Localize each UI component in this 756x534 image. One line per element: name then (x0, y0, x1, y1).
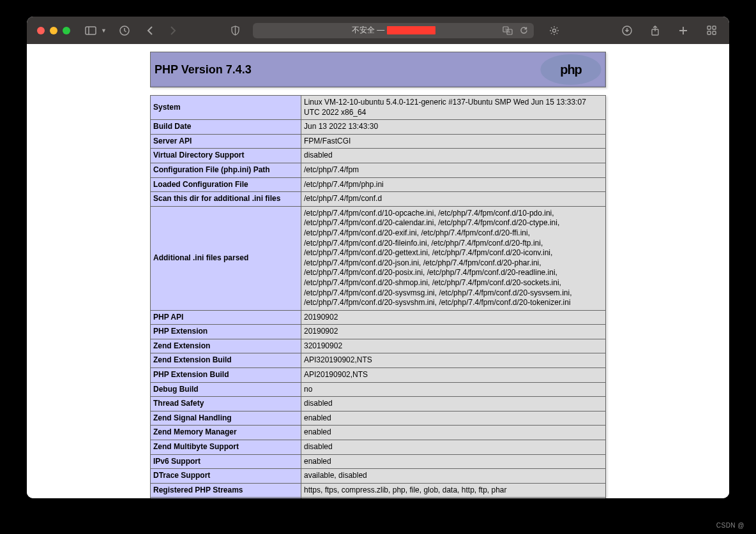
table-row: IPv6 Supportenabled (151, 454, 606, 469)
downloads-icon[interactable] (619, 23, 635, 38)
php-version-title: PHP Version 7.4.3 (155, 63, 252, 77)
info-value: available, disabled (301, 469, 606, 484)
info-key: Build Date (151, 120, 301, 135)
watermark: CSDN @ (716, 522, 745, 529)
table-row: PHP Extension20190902 (151, 325, 606, 339)
settings-icon[interactable] (547, 23, 562, 38)
privacy-shield-icon[interactable] (227, 23, 243, 38)
info-key: Zend Signal Handling (151, 411, 301, 426)
info-key: Scan this dir for additional .ini files (151, 192, 301, 207)
info-key: Configuration File (php.ini) Path (151, 163, 301, 177)
table-row: Additional .ini files parsed/etc/php/7.4… (151, 206, 606, 310)
php-logo: php (540, 54, 601, 85)
info-value: API20190902,NTS (301, 368, 606, 383)
table-row: Build DateJun 13 2022 13:43:30 (151, 120, 606, 135)
svg-rect-0 (86, 27, 96, 34)
info-value: /etc/php/7.4/fpm (301, 163, 606, 177)
svg-rect-11 (713, 26, 716, 29)
info-value: no (301, 382, 606, 397)
info-value: disabled (301, 440, 606, 455)
info-key: Registered PHP Streams (151, 483, 301, 498)
info-value: tcp, udp, unix, udg, ssl, tls, tlsv1.0, … (301, 498, 606, 498)
info-value: 320190902 (301, 339, 606, 353)
info-key: Server API (151, 134, 301, 149)
table-row: Zend Signal Handlingenabled (151, 411, 606, 426)
info-value: 20190902 (301, 310, 606, 325)
translate-icon[interactable]: 文A (502, 25, 513, 36)
browser-window: ▼ 不安全 — 文A (27, 17, 729, 498)
reload-icon[interactable] (518, 26, 529, 36)
address-redacted (387, 26, 435, 34)
tab-overview-icon[interactable] (704, 23, 719, 38)
info-value: enabled (301, 454, 606, 469)
table-row: Configuration File (php.ini) Path/etc/ph… (151, 163, 606, 177)
table-row: Virtual Directory Supportdisabled (151, 149, 606, 163)
info-key: Virtual Directory Support (151, 149, 301, 163)
chevron-down-icon[interactable]: ▼ (101, 27, 107, 34)
php-info-table: SystemLinux VM-12-10-ubuntu 5.4.0-121-ge… (150, 95, 606, 498)
info-key: Zend Memory Manager (151, 426, 301, 440)
info-value: disabled (301, 149, 606, 163)
info-value: /etc/php/7.4/fpm/php.ini (301, 177, 606, 192)
maximize-button[interactable] (63, 27, 70, 34)
traffic-lights (37, 27, 70, 34)
table-row: PHP API20190902 (151, 310, 606, 325)
info-key: Debug Build (151, 382, 301, 397)
table-row: DTrace Supportavailable, disabled (151, 469, 606, 484)
info-value: /etc/php/7.4/fpm/conf.d/10-opcache.ini, … (301, 206, 606, 310)
info-key: Zend Extension (151, 339, 301, 353)
svg-rect-10 (707, 26, 711, 29)
page-content[interactable]: PHP Version 7.4.3 php SystemLinux VM-12-… (27, 44, 729, 498)
info-value: FPM/FastCGI (301, 134, 606, 149)
table-row: PHP Extension BuildAPI20190902,NTS (151, 368, 606, 383)
table-row: Server APIFPM/FastCGI (151, 134, 606, 149)
address-bar[interactable]: 不安全 — 文A (253, 23, 534, 38)
table-row: Registered PHP Streamshttps, ftps, compr… (151, 483, 606, 498)
new-tab-icon[interactable] (676, 23, 691, 38)
svg-text:文: 文 (504, 27, 508, 31)
info-key: Registered Stream Socket Transports (151, 498, 301, 498)
info-value: https, ftps, compress.zlib, php, file, g… (301, 483, 606, 498)
info-key: PHP API (151, 310, 301, 325)
table-row: SystemLinux VM-12-10-ubuntu 5.4.0-121-ge… (151, 96, 606, 120)
table-row: Debug Buildno (151, 382, 606, 397)
info-key: DTrace Support (151, 469, 301, 484)
info-value: Linux VM-12-10-ubuntu 5.4.0-121-generic … (301, 96, 606, 120)
table-row: Thread Safetydisabled (151, 397, 606, 412)
php-header: PHP Version 7.4.3 php (150, 52, 606, 87)
table-row: Loaded Configuration File/etc/php/7.4/fp… (151, 177, 606, 192)
close-button[interactable] (37, 27, 45, 34)
info-key: Zend Extension Build (151, 353, 301, 368)
share-icon[interactable] (647, 23, 663, 38)
info-key: Additional .ini files parsed (151, 206, 301, 310)
info-value: /etc/php/7.4/fpm/conf.d (301, 192, 606, 207)
info-key: Loaded Configuration File (151, 177, 301, 192)
table-row: Zend Extension BuildAPI320190902,NTS (151, 353, 606, 368)
address-security-text: 不安全 — (352, 25, 384, 36)
info-key: IPv6 Support (151, 454, 301, 469)
forward-button[interactable] (165, 23, 181, 38)
info-key: PHP Extension (151, 325, 301, 339)
svg-point-7 (553, 29, 556, 32)
table-row: Scan this dir for additional .ini files/… (151, 192, 606, 207)
history-icon[interactable] (117, 23, 132, 38)
svg-text:A: A (508, 30, 511, 34)
table-row: Zend Memory Managerenabled (151, 426, 606, 440)
info-value: Jun 13 2022 13:43:30 (301, 120, 606, 135)
minimize-button[interactable] (50, 27, 57, 34)
svg-rect-12 (707, 31, 711, 34)
info-value: enabled (301, 426, 606, 440)
info-value: API320190902,NTS (301, 353, 606, 368)
info-value: enabled (301, 411, 606, 426)
info-value: disabled (301, 397, 606, 412)
table-row: Zend Extension320190902 (151, 339, 606, 353)
info-value: 20190902 (301, 325, 606, 339)
table-row: Registered Stream Socket Transportstcp, … (151, 498, 606, 498)
sidebar-icon[interactable] (83, 23, 98, 38)
table-row: Zend Multibyte Supportdisabled (151, 440, 606, 455)
info-key: Thread Safety (151, 397, 301, 412)
info-key: System (151, 96, 301, 120)
titlebar: ▼ 不安全 — 文A (27, 17, 729, 44)
back-button[interactable] (142, 23, 158, 38)
info-key: PHP Extension Build (151, 368, 301, 383)
